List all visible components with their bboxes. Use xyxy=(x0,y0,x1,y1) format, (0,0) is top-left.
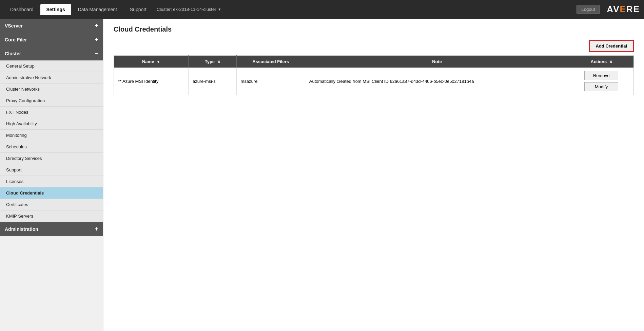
sidebar-item-licenses[interactable]: Licenses xyxy=(0,176,103,187)
sidebar-section-cluster[interactable]: Cluster − xyxy=(0,47,103,60)
sidebar-item-schedules[interactable]: Schedules xyxy=(0,141,103,153)
cell-actions: Remove Modify xyxy=(569,68,634,95)
cell-note: Automatically created from MSI Client ID… xyxy=(305,68,569,95)
tab-dashboard[interactable]: Dashboard xyxy=(4,4,40,15)
table-header-row: Name ▼ Type ⇅ Associated Filers Note Act xyxy=(114,56,634,68)
col-header-note: Note xyxy=(305,56,569,68)
tab-settings[interactable]: Settings xyxy=(40,4,71,15)
sidebar-cluster-label: Cluster xyxy=(5,51,21,56)
col-header-actions[interactable]: Actions ⇅ xyxy=(569,56,634,68)
sidebar-core-filer-label: Core Filer xyxy=(5,37,27,42)
top-bar-right: Logout AVERE xyxy=(577,4,640,15)
remove-button[interactable]: Remove xyxy=(584,71,618,80)
sidebar-section-administration[interactable]: Administration + xyxy=(0,222,103,236)
sidebar-item-cloud-credentials[interactable]: Cloud Credentials xyxy=(0,187,103,199)
top-bar-left: Dashboard Settings Data Management Suppo… xyxy=(4,4,221,15)
sidebar-item-fxt-nodes[interactable]: FXT Nodes xyxy=(0,107,103,118)
cell-name: ** Azure MSI Identity xyxy=(114,68,189,95)
name-sort-icon: ▼ xyxy=(157,60,160,64)
core-filer-toggle-icon: + xyxy=(95,36,98,43)
actions-sort-icon: ⇅ xyxy=(609,60,612,64)
cell-type: azure-msi-s xyxy=(188,68,236,95)
cluster-toggle-icon: − xyxy=(95,50,98,57)
add-credential-area: Add Credential xyxy=(114,40,634,52)
actions-cell: Remove Modify xyxy=(573,71,629,91)
type-sort-icon: ⇅ xyxy=(217,60,220,64)
sidebar-section-core-filer[interactable]: Core Filer + xyxy=(0,33,103,47)
col-header-name[interactable]: Name ▼ xyxy=(114,56,189,68)
table-row: ** Azure MSI Identity azure-msi-s msazur… xyxy=(114,68,634,95)
tab-data-management[interactable]: Data Management xyxy=(72,4,123,15)
sidebar-item-administrative-network[interactable]: Administrative Network xyxy=(0,72,103,84)
sidebar-item-cluster-networks[interactable]: Cluster Networks xyxy=(0,84,103,95)
cluster-dropdown-arrow: ▼ xyxy=(218,7,221,11)
modify-button[interactable]: Modify xyxy=(584,82,618,91)
sidebar-item-certificates[interactable]: Certificates xyxy=(0,199,103,210)
sidebar: VServer + Core Filer + Cluster − General… xyxy=(0,19,103,331)
cluster-label: Cluster: ek-2018-11-14-cluster xyxy=(157,7,216,12)
main-layout: VServer + Core Filer + Cluster − General… xyxy=(0,19,644,331)
sidebar-vserver-label: VServer xyxy=(5,23,23,29)
sidebar-item-support[interactable]: Support xyxy=(0,164,103,176)
content-area: Cloud Credentials Add Credential Name ▼ … xyxy=(103,19,644,331)
cell-associated-filers: msazure xyxy=(236,68,305,95)
tab-support[interactable]: Support xyxy=(124,4,153,15)
cluster-selector[interactable]: Cluster: ek-2018-11-14-cluster ▼ xyxy=(157,7,221,12)
page-title: Cloud Credentials xyxy=(114,25,634,33)
administration-toggle-icon: + xyxy=(95,225,98,233)
top-bar: Dashboard Settings Data Management Suppo… xyxy=(0,0,644,19)
sidebar-administration-label: Administration xyxy=(5,226,38,232)
vserver-toggle-icon: + xyxy=(95,22,98,29)
add-credential-button[interactable]: Add Credential xyxy=(589,40,634,52)
sidebar-item-high-availability[interactable]: High Availability xyxy=(0,118,103,130)
col-header-type[interactable]: Type ⇅ xyxy=(188,56,236,68)
sidebar-item-kmip-servers[interactable]: KMIP Servers xyxy=(0,210,103,222)
sidebar-item-general-setup[interactable]: General Setup xyxy=(0,60,103,72)
sidebar-item-proxy-configuration[interactable]: Proxy Configuration xyxy=(0,95,103,107)
avere-logo: AVERE xyxy=(607,4,640,15)
sidebar-section-vserver[interactable]: VServer + xyxy=(0,19,103,33)
logout-button[interactable]: Logout xyxy=(577,5,600,14)
col-header-associated-filers: Associated Filers xyxy=(236,56,305,68)
credentials-table: Name ▼ Type ⇅ Associated Filers Note Act xyxy=(114,55,634,95)
sidebar-item-monitoring[interactable]: Monitoring xyxy=(0,130,103,141)
sidebar-item-directory-services[interactable]: Directory Services xyxy=(0,153,103,164)
